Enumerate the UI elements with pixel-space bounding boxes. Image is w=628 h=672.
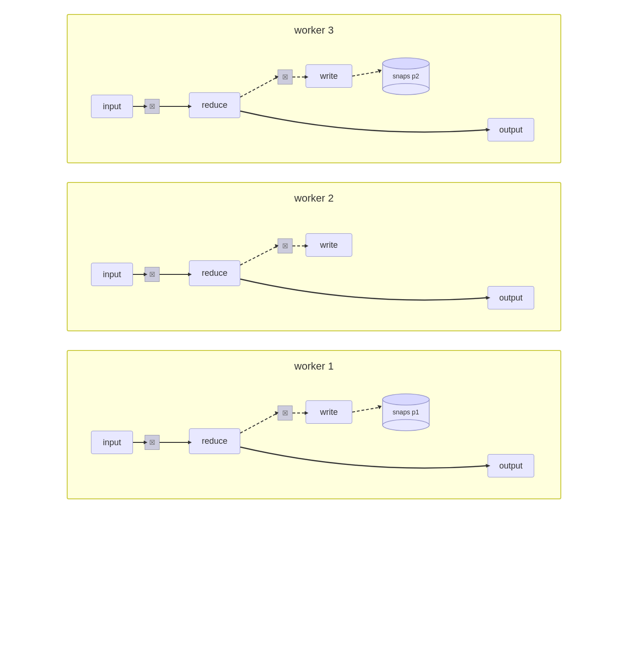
svg-point-26	[383, 394, 429, 405]
worker2-arrows	[82, 214, 546, 316]
worker2-write-node: write	[306, 233, 352, 257]
worker1-container: worker 1 input ☒ reduce ☒ write snaps p1…	[67, 350, 561, 499]
worker2-container: worker 2 input ☒ reduce ☒ write output	[67, 182, 561, 331]
worker1-title: worker 1	[82, 360, 546, 372]
worker1-reduce-node: reduce	[189, 428, 240, 454]
worker3-input-node: input	[91, 95, 133, 118]
worker3-diagram: input ☒ reduce ☒ write snaps p2	[82, 46, 546, 148]
worker2-diagram: input ☒ reduce ☒ write output	[82, 214, 546, 316]
worker1-diagram: input ☒ reduce ☒ write snaps p1 output	[82, 382, 546, 484]
svg-line-36	[352, 407, 379, 412]
worker2-reduce-node: reduce	[189, 260, 240, 286]
worker3-container: worker 3 input ☒ reduce ☒ write s	[67, 14, 561, 163]
svg-text:snaps p2: snaps p2	[393, 72, 419, 80]
worker3-db-node: snaps p2	[380, 54, 432, 94]
worker1-output-node: output	[488, 454, 534, 477]
worker1-arrows	[82, 382, 546, 484]
worker2-title: worker 2	[82, 192, 546, 204]
worker1-input-node: input	[91, 431, 133, 454]
worker3-barrier1: ☒	[145, 99, 160, 114]
worker2-output-node: output	[488, 286, 534, 309]
svg-line-19	[240, 246, 277, 265]
worker1-write-node: write	[306, 400, 352, 424]
worker3-output-node: output	[488, 118, 534, 141]
svg-point-1	[383, 84, 429, 95]
worker3-arrows	[82, 46, 546, 148]
worker3-write-node: write	[306, 64, 352, 88]
worker1-barrier2: ☒	[278, 406, 293, 420]
svg-line-12	[352, 71, 379, 76]
svg-point-25	[383, 420, 429, 431]
svg-line-8	[240, 77, 277, 97]
worker3-reduce-node: reduce	[189, 92, 240, 118]
svg-text:snaps p1: snaps p1	[393, 408, 419, 416]
worker3-title: worker 3	[82, 24, 546, 36]
svg-point-2	[383, 58, 429, 69]
worker2-input-node: input	[91, 263, 133, 286]
svg-line-32	[240, 413, 277, 433]
worker2-barrier1: ☒	[145, 267, 160, 282]
worker2-barrier2: ☒	[278, 238, 293, 253]
worker3-barrier2: ☒	[278, 70, 293, 84]
worker1-barrier1: ☒	[145, 435, 160, 450]
worker1-db-node: snaps p1	[380, 390, 432, 430]
